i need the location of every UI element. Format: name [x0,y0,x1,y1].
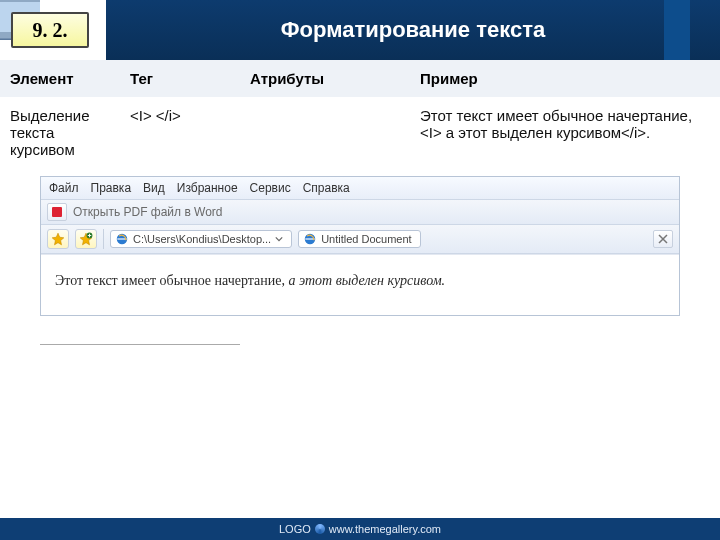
footer-link[interactable]: www.themegallery.com [329,523,441,535]
page-text-plain: Этот текст имеет обычное начертание, [55,273,289,288]
th-tag: Тег [120,60,240,98]
add-favorite-icon[interactable] [75,229,97,249]
browser-toolbar-nav: C:\Users\Kondius\Desktop... Untitled Doc… [41,225,679,254]
menu-view[interactable]: Вид [143,181,165,195]
slide-title: Форматирование текста [106,0,720,60]
browser-toolbar-pdf: Открыть PDF файл в Word [41,200,679,225]
slide-header: 9. 2. Форматирование текста [0,0,720,60]
cell-example: Этот текст имеет обычное начертание, <I>… [410,98,720,172]
open-pdf-label[interactable]: Открыть PDF файл в Word [73,205,223,219]
th-element: Элемент [0,60,120,98]
table-row: Выделение текста курсивом <I> </i> Этот … [0,98,720,172]
tab-chip[interactable]: Untitled Document [298,230,421,248]
ie-icon [303,232,317,246]
favorites-star-icon[interactable] [47,229,69,249]
browser-page-content: Этот текст имеет обычное начертание, а э… [41,254,679,315]
ie-icon [115,232,129,246]
browser-menubar: Файл Правка Вид Избранное Сервис Справка [41,177,679,200]
chevron-down-icon[interactable] [275,235,283,243]
menu-tools[interactable]: Сервис [250,181,291,195]
browser-screenshot: Файл Правка Вид Избранное Сервис Справка… [40,176,680,316]
separator-line [40,344,240,345]
menu-help[interactable]: Справка [303,181,350,195]
cell-tag: <I> </i> [120,98,240,172]
logo-dot-icon [315,524,325,534]
page-text-italic: а этот выделен курсивом. [289,273,446,288]
menu-edit[interactable]: Правка [91,181,132,195]
close-icon[interactable] [653,230,673,248]
cell-element: Выделение текста курсивом [0,98,120,172]
address-chip[interactable]: C:\Users\Kondius\Desktop... [110,230,292,248]
definition-table: Элемент Тег Атрибуты Пример Выделение те… [0,60,720,172]
menu-file[interactable]: Файл [49,181,79,195]
slide-title-text: Форматирование текста [281,17,545,43]
cell-attributes [240,98,410,172]
address-path: C:\Users\Kondius\Desktop... [133,233,271,245]
footer-logo-text: LOGO [279,523,311,535]
th-example: Пример [410,60,720,98]
th-attributes: Атрибуты [240,60,410,98]
tab-title: Untitled Document [321,233,412,245]
svg-rect-2 [52,207,62,217]
section-number-chip: 9. 2. [0,0,100,60]
footer: LOGO www.themegallery.com [0,518,720,540]
section-number: 9. 2. [11,12,89,48]
menu-favorites[interactable]: Избранное [177,181,238,195]
table-header-row: Элемент Тег Атрибуты Пример [0,60,720,98]
pdf-icon[interactable] [47,203,67,221]
